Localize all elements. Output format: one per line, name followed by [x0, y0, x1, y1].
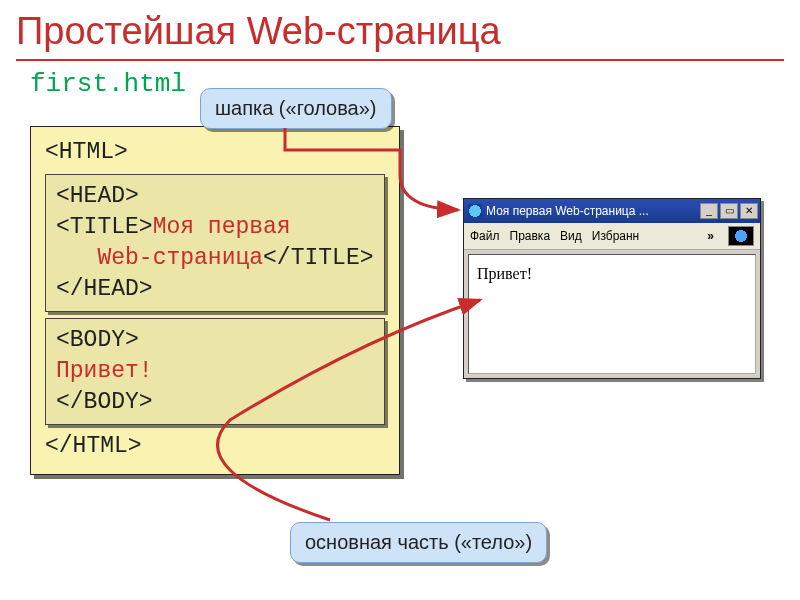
browser-titlebar: Моя первая Web-страница ... _ ▭ ✕ [464, 199, 760, 223]
browser-window: Моя первая Web-страница ... _ ▭ ✕ Файл П… [463, 198, 761, 379]
callout-body: основная часть («тело») [290, 522, 547, 563]
head-section: <HEAD> <TITLE>Моя первая Web-страница</T… [45, 174, 385, 312]
menu-favorites[interactable]: Избранн [592, 229, 639, 243]
callout-head: шапка («голова») [200, 88, 392, 129]
tag-title-close: </TITLE> [263, 245, 373, 271]
menu-view[interactable]: Вид [560, 229, 582, 243]
slide-title: Простейшая Web-страница [0, 0, 800, 59]
browser-menu: Файл Правка Вид Избранн » [464, 223, 760, 250]
tag-body-open: <BODY> [56, 327, 139, 353]
menu-edit[interactable]: Правка [510, 229, 551, 243]
code-block: <HTML> <HEAD> <TITLE>Моя первая Web-стра… [30, 126, 400, 475]
body-section: <BODY> Привет! </BODY> [45, 318, 385, 425]
tag-head-close: </HEAD> [56, 276, 153, 302]
close-button[interactable]: ✕ [740, 203, 758, 219]
browser-logo-icon [728, 226, 754, 246]
ie-icon [468, 204, 482, 218]
title-text-line2: Web-страница [97, 245, 263, 271]
tag-body-close: </BODY> [56, 389, 153, 415]
body-text: Привет! [56, 358, 153, 384]
menu-more-icon[interactable]: » [707, 229, 714, 243]
browser-content: Привет! [468, 254, 756, 374]
browser-title: Моя первая Web-страница ... [486, 204, 700, 218]
title-text-line1: Моя первая [153, 214, 291, 240]
menu-file[interactable]: Файл [470, 229, 500, 243]
maximize-button[interactable]: ▭ [720, 203, 738, 219]
tag-html-close: </HTML> [45, 433, 142, 459]
filename-label: first.html [0, 61, 800, 99]
tag-head-open: <HEAD> [56, 183, 139, 209]
tag-html-open: <HTML> [45, 139, 128, 165]
minimize-button[interactable]: _ [700, 203, 718, 219]
tag-title-open: <TITLE> [56, 214, 153, 240]
